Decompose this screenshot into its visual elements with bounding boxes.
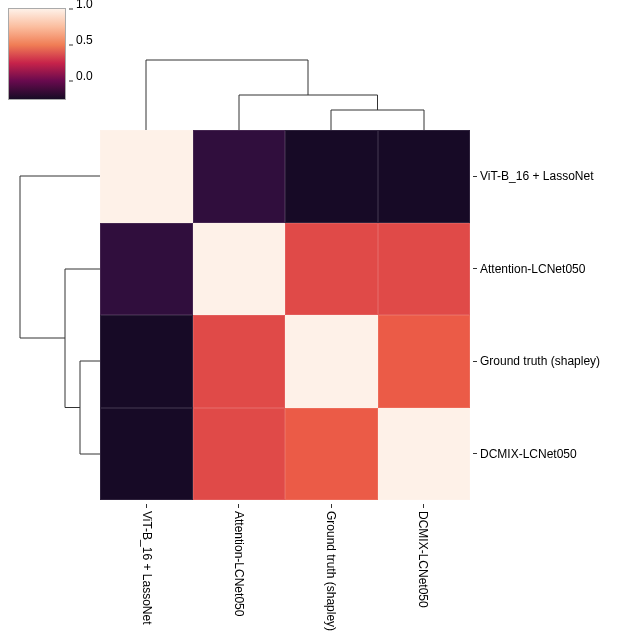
heatmap-cell [100, 408, 193, 501]
heatmap [100, 130, 470, 500]
heatmap-cell [378, 223, 471, 316]
heatmap-cell [285, 408, 378, 501]
heatmap-cell [193, 315, 286, 408]
heatmap-cell [100, 223, 193, 316]
heatmap-cell [193, 223, 286, 316]
heatmap-row [100, 315, 470, 408]
colorbar-tick: 0.5 [69, 45, 93, 46]
heatmap-row [100, 130, 470, 223]
column-dendrogram [100, 55, 470, 130]
colorbar-tick: 1.0 [69, 9, 93, 10]
colorbar: 1.0 0.5 0.0 [8, 8, 99, 100]
heatmap-cell [285, 223, 378, 316]
heatmap-cell [100, 315, 193, 408]
heatmap-cell [285, 130, 378, 223]
heatmap-row [100, 223, 470, 316]
row-labels: ViT-B_16 + LassoNet Attention-LCNet050 G… [473, 130, 600, 500]
heatmap-cell [378, 315, 471, 408]
colorbar-ticks: 1.0 0.5 0.0 [69, 9, 99, 99]
heatmap-cell [378, 408, 471, 501]
colorbar-tick-label: 0.0 [76, 70, 93, 82]
column-labels: ViT-B_16 + LassoNet Attention-LCNet050 G… [100, 504, 470, 525]
colorbar-gradient [8, 8, 66, 100]
heatmap-row [100, 408, 470, 501]
heatmap-cell [285, 315, 378, 408]
colorbar-tick-label: 1.0 [76, 0, 93, 10]
colorbar-tick-label: 0.5 [76, 34, 93, 46]
row-dendrogram [10, 130, 100, 500]
heatmap-cell [378, 130, 471, 223]
heatmap-cell [193, 130, 286, 223]
colorbar-tick: 0.0 [69, 81, 93, 82]
heatmap-cell [100, 130, 193, 223]
heatmap-cell [193, 408, 286, 501]
